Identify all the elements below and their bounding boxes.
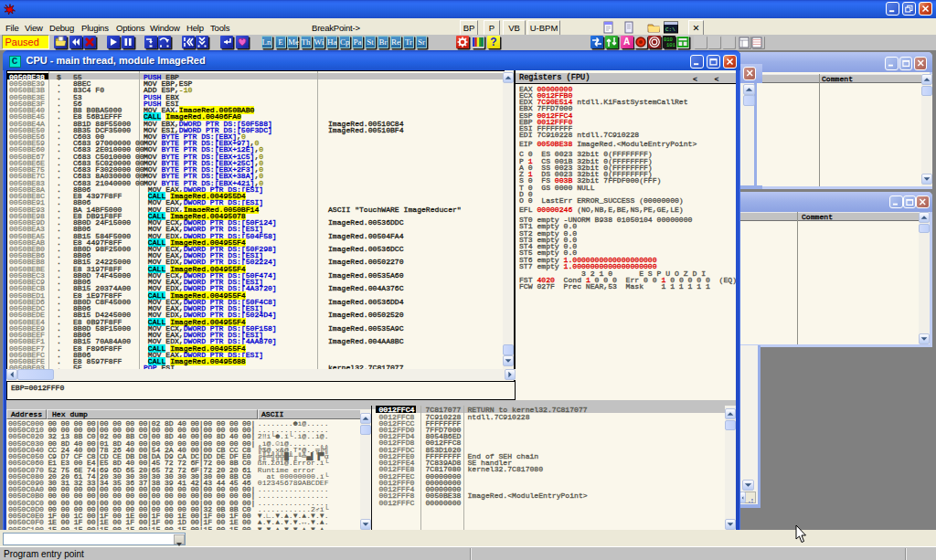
svg-text:101: 101 [666,42,675,48]
svg-text:C:\: C:\ [665,26,675,33]
